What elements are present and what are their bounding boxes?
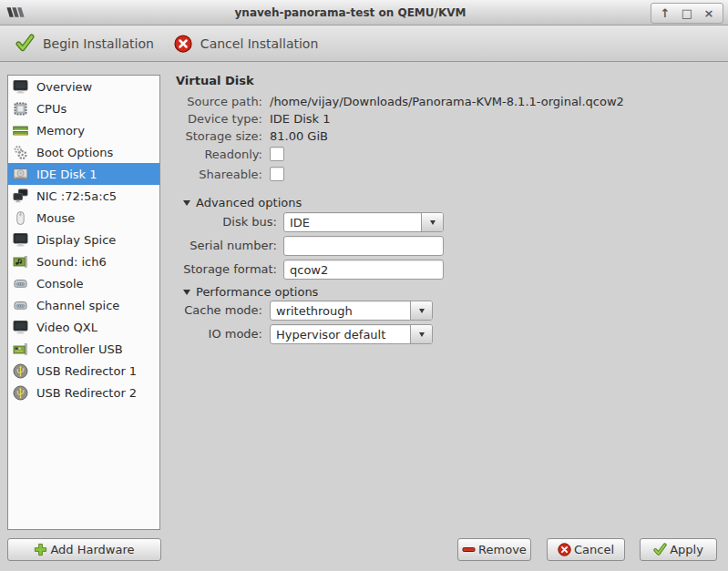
usb-icon: [13, 363, 28, 379]
sidebar-item-nic[interactable]: NIC :72:5a:c5: [8, 185, 159, 207]
sidebar-item-label: USB Redirector 1: [36, 364, 137, 378]
io-mode-row: IO mode: Hypervisor default: [171, 324, 433, 344]
shade-window-button[interactable]: ↑: [656, 5, 674, 22]
combo-arrow-button[interactable]: [410, 301, 432, 320]
mouse-icon: [13, 210, 28, 226]
disk-bus-value: IDE: [284, 213, 421, 231]
monitor-icon: [13, 320, 28, 335]
monitor-icon: [13, 232, 28, 248]
advanced-options-expander[interactable]: Advanced options: [183, 196, 302, 209]
expander-triangle-icon: [183, 200, 190, 206]
controller-card-icon: [13, 342, 28, 357]
remove-label: Remove: [478, 543, 527, 556]
disk-bus-select[interactable]: IDE: [283, 212, 444, 232]
sidebar-item-channel-spice[interactable]: Channel spice: [8, 294, 159, 316]
sidebar-item-label: Mouse: [36, 211, 75, 225]
shareable-row: Shareable:: [171, 167, 284, 181]
cache-mode-value: writethrough: [271, 301, 410, 320]
cancel-installation-button[interactable]: Cancel Installation: [170, 29, 322, 58]
page-title: Virtual Disk: [176, 74, 254, 87]
cache-mode-row: Cache mode: writethrough: [171, 301, 433, 321]
sidebar-item-label: Console: [36, 277, 84, 291]
plus-icon: [34, 543, 47, 556]
source-path-label: Source path:: [171, 95, 262, 108]
begin-installation-label: Begin Installation: [43, 36, 154, 51]
sidebar-item-overview[interactable]: Overview: [8, 76, 159, 97]
storage-size-row: Storage size: 81.00 GiB: [171, 128, 328, 143]
sidebar-item-label: Boot Options: [36, 146, 113, 159]
window-controls: ↑ □ ×: [651, 3, 723, 24]
sidebar-item-label: NIC :72:5a:c5: [36, 189, 117, 203]
maximize-button[interactable]: □: [678, 5, 696, 22]
cache-mode-label: Cache mode:: [171, 301, 262, 321]
serial-number-label: Serial number:: [171, 236, 277, 256]
sidebar-item-video-qxl[interactable]: Video QXL: [8, 316, 159, 338]
sidebar-item-usb-redirector-2[interactable]: USB Redirector 2: [8, 382, 159, 403]
sidebar-item-label: USB Redirector 2: [36, 386, 137, 400]
performance-options-header: Performance options: [196, 285, 318, 299]
sidebar-item-usb-redirector-1[interactable]: USB Redirector 1: [8, 360, 159, 382]
sidebar-item-boot-options[interactable]: Boot Options: [8, 141, 159, 163]
green-check-icon: [15, 34, 35, 53]
combo-arrow-button[interactable]: [421, 213, 443, 231]
device-type-label: Device type:: [171, 112, 262, 126]
sidebar-item-console[interactable]: Console: [8, 272, 159, 294]
storage-size-label: Storage size:: [171, 129, 262, 143]
advanced-options-header: Advanced options: [196, 196, 302, 209]
storage-format-row: Storage format:: [171, 260, 444, 280]
sidebar-item-cpus[interactable]: CPUs: [8, 97, 159, 119]
sidebar-item-label: Controller USB: [36, 342, 123, 356]
sidebar-item-label: IDE Disk 1: [36, 168, 97, 181]
serial-number-input[interactable]: [283, 236, 444, 256]
storage-size-value: 81.00 GiB: [270, 129, 328, 143]
io-mode-value: Hypervisor default: [271, 325, 410, 343]
cancel-installation-label: Cancel Installation: [200, 36, 318, 51]
memory-icon: [13, 123, 28, 138]
monitor-icon: [13, 79, 28, 95]
remove-button[interactable]: Remove: [457, 538, 531, 561]
readonly-label: Readonly:: [171, 148, 262, 161]
red-x-circle-icon: [558, 543, 571, 556]
chevron-down-icon: [419, 309, 425, 313]
sidebar-item-label: Overview: [36, 80, 92, 94]
sidebar-item-mouse[interactable]: Mouse: [8, 207, 159, 229]
sidebar-item-controller-usb[interactable]: Controller USB: [8, 338, 159, 360]
performance-options-expander[interactable]: Performance options: [183, 285, 318, 299]
sound-card-icon: [13, 254, 28, 270]
titlebar: ynaveh-panorama-test on QEMU/KVM ↑ □ ×: [0, 0, 728, 25]
add-hardware-label: Add Hardware: [50, 543, 134, 556]
cache-mode-select[interactable]: writethrough: [270, 301, 433, 321]
shareable-checkbox[interactable]: [270, 167, 284, 181]
sidebar-item-label: Sound: ich6: [36, 255, 107, 269]
sidebar-item-label: Channel spice: [36, 299, 119, 312]
red-x-circle-icon: [174, 35, 192, 53]
sidebar-item-label: Video QXL: [36, 321, 97, 334]
shareable-label: Shareable:: [171, 168, 262, 181]
sidebar-item-display-spice[interactable]: Display Spice: [8, 229, 159, 250]
cancel-label: Cancel: [574, 543, 614, 556]
device-type-row: Device type: IDE Disk 1: [171, 111, 331, 126]
sidebar-item-ide-disk-1[interactable]: IDE Disk 1: [8, 163, 159, 185]
minus-icon: [462, 543, 476, 556]
sidebar-item-sound[interactable]: Sound: ich6: [8, 250, 159, 272]
toolbar: Begin Installation Cancel Installation: [0, 25, 728, 62]
apply-button[interactable]: Apply: [640, 538, 717, 561]
sidebar-item-label: CPUs: [36, 102, 67, 116]
close-button[interactable]: ×: [700, 5, 718, 22]
serial-console-icon: [13, 276, 28, 291]
begin-installation-button[interactable]: Begin Installation: [12, 29, 158, 58]
add-hardware-button[interactable]: Add Hardware: [7, 538, 161, 561]
expander-triangle-icon: [183, 290, 190, 295]
source-path-value: /home/vijay/Downloads/Panorama-KVM-8.1.1…: [270, 95, 624, 108]
storage-format-input[interactable]: [283, 260, 444, 280]
io-mode-label: IO mode:: [171, 324, 262, 344]
sidebar-item-memory[interactable]: Memory: [8, 119, 159, 141]
readonly-checkbox[interactable]: [270, 147, 284, 161]
network-icon: [13, 189, 28, 204]
combo-arrow-button[interactable]: [410, 325, 432, 343]
usb-icon: [13, 385, 28, 401]
cancel-button[interactable]: Cancel: [547, 538, 625, 561]
io-mode-select[interactable]: Hypervisor default: [270, 324, 433, 344]
cpu-icon: [13, 101, 28, 117]
vm-details-window: ynaveh-panorama-test on QEMU/KVM ↑ □ × B…: [0, 0, 728, 571]
